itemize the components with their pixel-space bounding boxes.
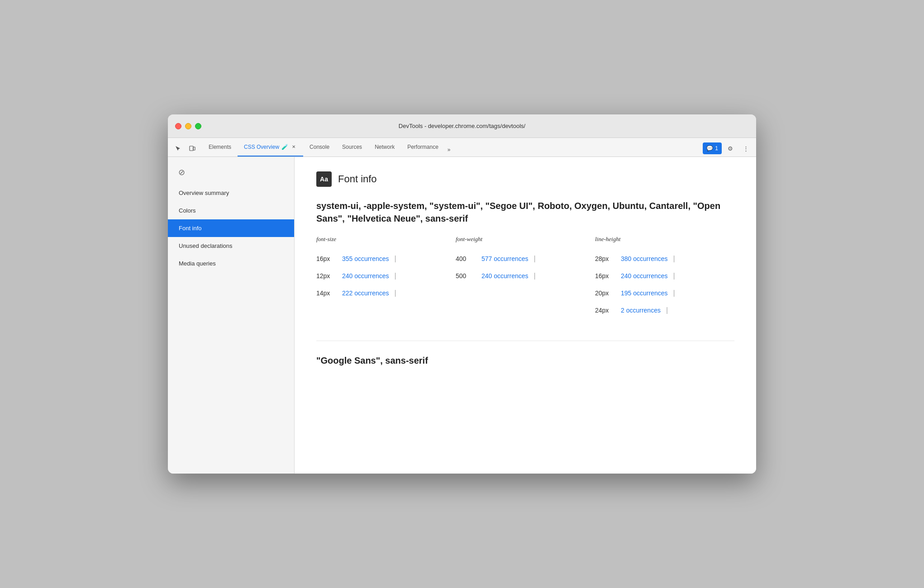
tab-performance-label: Performance <box>407 144 438 150</box>
line-height-value-2: 20px <box>595 289 615 297</box>
settings-icon[interactable]: ⚙ <box>724 142 737 155</box>
more-options-icon[interactable]: ⋮ <box>739 142 753 155</box>
sidebar: ⊘ Overview summary Colors Font info Unus… <box>168 157 295 474</box>
font-weight-occurrences-0[interactable]: 577 occurrences <box>481 255 529 262</box>
section-title: Font info <box>338 173 377 185</box>
line-height-bar-0: | <box>673 255 675 263</box>
font-size-row-2: 14px 222 occurrences | <box>316 285 456 302</box>
font-family-1-name: system-ui, -apple-system, "system-ui", "… <box>316 199 734 225</box>
tab-performance[interactable]: Performance <box>401 138 445 156</box>
font-size-value-0: 16px <box>316 255 337 262</box>
tab-elements[interactable]: Elements <box>202 138 238 156</box>
line-height-value-0: 28px <box>595 255 615 262</box>
sidebar-item-media-queries[interactable]: Media queries <box>168 255 294 272</box>
sidebar-item-unused-declarations[interactable]: Unused declarations <box>168 237 294 255</box>
close-button[interactable] <box>175 123 181 129</box>
line-height-occurrences-2[interactable]: 195 occurrences <box>621 289 668 297</box>
window-title: DevTools - developer.chrome.com/tags/dev… <box>399 123 525 129</box>
font-size-header: font-size <box>316 236 456 250</box>
line-height-column: line-height 28px 380 occurrences | 16px … <box>595 236 734 319</box>
tab-css-overview-label: CSS Overview <box>244 144 279 150</box>
tab-css-overview[interactable]: CSS Overview 🧪 ✕ <box>238 138 303 156</box>
font-size-bar-0: | <box>395 255 396 263</box>
section-divider <box>316 341 734 341</box>
tab-close-icon[interactable]: ✕ <box>291 144 297 150</box>
sidebar-overview-summary-label: Overview summary <box>179 190 229 196</box>
tab-bar: Elements CSS Overview 🧪 ✕ Console Source… <box>168 138 756 157</box>
font-size-occurrences-2[interactable]: 222 occurrences <box>342 289 389 297</box>
font-info-icon: Aa <box>316 171 332 187</box>
tab-elements-label: Elements <box>209 144 231 150</box>
line-height-header: line-height <box>595 236 734 250</box>
minimize-button[interactable] <box>185 123 191 129</box>
font-weight-rows: 400 577 occurrences | 500 240 occurrence… <box>456 250 595 285</box>
font-weight-occurrences-1[interactable]: 240 occurrences <box>481 272 529 280</box>
font-weight-header: font-weight <box>456 236 595 250</box>
font-family-2-name: "Google Sans", sans-serif <box>316 356 734 366</box>
fullscreen-button[interactable] <box>195 123 201 129</box>
font-weight-value-0: 400 <box>456 255 476 262</box>
chat-icon: 💬 <box>706 145 713 152</box>
line-height-occurrences-3[interactable]: 2 occurrences <box>621 307 661 314</box>
font-weight-column: font-weight 400 577 occurrences | 500 24… <box>456 236 595 319</box>
tab-sources[interactable]: Sources <box>336 138 368 156</box>
tab-console-label: Console <box>310 144 329 150</box>
font-weight-bar-1: | <box>534 272 536 280</box>
tab-network[interactable]: Network <box>368 138 401 156</box>
font-size-column: font-size 16px 355 occurrences | 12px 24… <box>316 236 456 319</box>
tab-network-label: Network <box>375 144 395 150</box>
line-height-bar-3: | <box>666 306 668 314</box>
tab-sources-label: Sources <box>342 144 362 150</box>
sidebar-no-entry-icon[interactable]: ⊘ <box>173 164 190 180</box>
device-icon[interactable] <box>186 142 199 155</box>
content-area: Aa Font info system-ui, -apple-system, "… <box>295 157 756 474</box>
line-height-bar-1: | <box>673 272 675 280</box>
section-header: Aa Font info <box>316 171 734 187</box>
font-size-bar-2: | <box>395 289 396 297</box>
sidebar-item-colors[interactable]: Colors <box>168 202 294 219</box>
font-size-occurrences-0[interactable]: 355 occurrences <box>342 255 389 262</box>
line-height-row-0: 28px 380 occurrences | <box>595 250 734 267</box>
font-size-bar-1: | <box>395 272 396 280</box>
sidebar-font-info-label: Font info <box>179 225 202 232</box>
main-area: ⊘ Overview summary Colors Font info Unus… <box>168 157 756 474</box>
svg-rect-1 <box>193 147 195 150</box>
font-weight-row-1: 500 240 occurrences | <box>456 267 595 285</box>
cursor-icon[interactable] <box>171 142 184 155</box>
tab-console[interactable]: Console <box>303 138 336 156</box>
sidebar-item-overview-summary[interactable]: Overview summary <box>168 184 294 202</box>
font-size-occurrences-1[interactable]: 240 occurrences <box>342 272 389 280</box>
line-height-row-2: 20px 195 occurrences | <box>595 285 734 302</box>
notification-count: 1 <box>715 145 718 152</box>
line-height-row-3: 24px 2 occurrences | <box>595 302 734 319</box>
font-size-value-2: 14px <box>316 289 337 297</box>
more-tabs-button[interactable]: » <box>445 143 453 156</box>
devtools-window: DevTools - developer.chrome.com/tags/dev… <box>168 114 756 474</box>
sidebar-colors-label: Colors <box>179 207 196 214</box>
traffic-lights <box>175 123 201 129</box>
line-height-bar-2: | <box>673 289 675 297</box>
toolbar-left <box>171 142 199 155</box>
line-height-row-1: 16px 240 occurrences | <box>595 267 734 285</box>
toolbar-right: 💬 1 ⚙ ⋮ <box>703 142 753 155</box>
font-size-row-1: 12px 240 occurrences | <box>316 267 456 285</box>
font-table-1: font-size 16px 355 occurrences | 12px 24… <box>316 236 734 319</box>
sidebar-media-queries-label: Media queries <box>179 260 216 267</box>
line-height-occurrences-0[interactable]: 380 occurrences <box>621 255 668 262</box>
line-height-rows: 28px 380 occurrences | 16px 240 occurren… <box>595 250 734 319</box>
font-size-row-0: 16px 355 occurrences | <box>316 250 456 267</box>
title-bar: DevTools - developer.chrome.com/tags/dev… <box>168 114 756 138</box>
line-height-value-3: 24px <box>595 307 615 314</box>
svg-rect-0 <box>190 146 193 151</box>
sidebar-item-font-info[interactable]: Font info <box>168 219 294 237</box>
sidebar-unused-declarations-label: Unused declarations <box>179 242 233 249</box>
tab-css-overview-flask-icon: 🧪 <box>281 144 288 150</box>
line-height-value-1: 16px <box>595 272 615 280</box>
notifications-button[interactable]: 💬 1 <box>703 142 722 154</box>
font-weight-row-0: 400 577 occurrences | <box>456 250 595 267</box>
line-height-occurrences-1[interactable]: 240 occurrences <box>621 272 668 280</box>
font-weight-bar-0: | <box>534 255 536 263</box>
font-weight-value-1: 500 <box>456 272 476 280</box>
font-size-value-1: 12px <box>316 272 337 280</box>
font-size-rows: 16px 355 occurrences | 12px 240 occurren… <box>316 250 456 302</box>
